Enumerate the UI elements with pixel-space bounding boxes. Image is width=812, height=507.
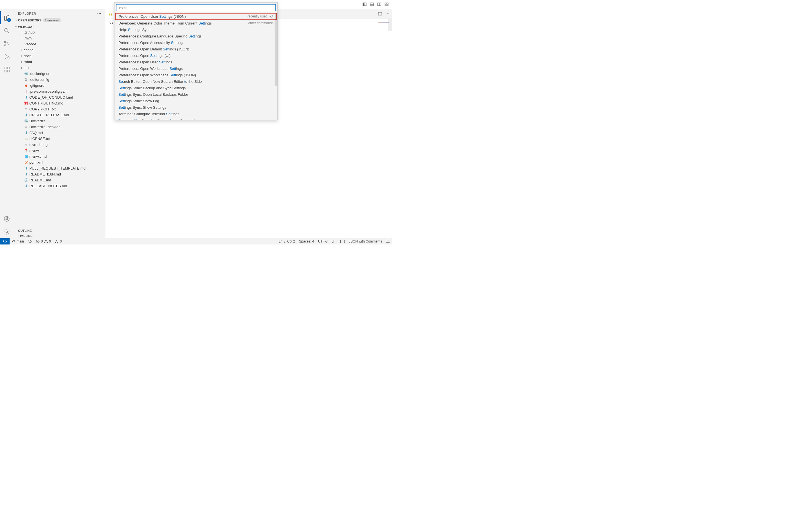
sidebar-more-icon[interactable] xyxy=(97,11,101,16)
file-row[interactable]: ⬇CREATE_RELEASE.md xyxy=(16,112,105,118)
outline-section[interactable]: › OUTLINE xyxy=(13,228,105,233)
encoding[interactable]: UTF-8 xyxy=(316,239,329,243)
open-editors-section[interactable]: › OPEN EDITORS 1 unsaved xyxy=(13,17,105,23)
file-row[interactable]: ⊞mvnw.cmd xyxy=(16,154,105,159)
file-row[interactable]: ≡COPYRIGHT.txt xyxy=(16,106,105,112)
command-palette-item[interactable]: Settings Sync: Open Local Backups Folder xyxy=(114,91,277,98)
remote-indicator[interactable] xyxy=(0,238,10,244)
indentation[interactable]: Spaces: 4 xyxy=(297,239,316,243)
file-row[interactable]: 🐳.dockerignore xyxy=(16,71,105,76)
command-palette-item[interactable]: Search Editor: Open New Search Editor to… xyxy=(114,78,277,85)
command-palette-item[interactable]: Settings Sync: Show Settings xyxy=(114,104,277,111)
eol[interactable]: LF xyxy=(329,239,338,243)
activity-run-debug[interactable] xyxy=(0,50,13,63)
ports-indicator[interactable]: 0 xyxy=(53,239,64,243)
command-palette-item[interactable]: Preferences: Open User Settings (JSON)re… xyxy=(115,13,276,20)
palette-item-label: Preferences: Open Workspace Settings (JS… xyxy=(118,72,196,78)
folder-row[interactable]: ›robot xyxy=(16,59,105,65)
problems-indicator[interactable]: 0 0 xyxy=(34,239,53,243)
file-label: .pre-commit-config.yaml xyxy=(29,89,68,94)
file-row[interactable]: 🐳Dockerfile xyxy=(16,118,105,124)
project-section[interactable]: › WEBGOAT xyxy=(13,24,105,29)
svg-rect-19 xyxy=(7,67,9,69)
palette-item-label: Settings Sync: Backup and Sync Settings.… xyxy=(118,86,189,91)
file-label: CODE_OF_CONDUCT.md xyxy=(29,95,73,100)
command-palette-item[interactable]: Preferences: Open Accessibility Settings xyxy=(114,40,277,46)
file-row[interactable]: ⚖LICENSE.txt xyxy=(16,136,105,142)
command-palette-item[interactable]: Preferences: Open Settings (UI) xyxy=(114,52,277,59)
chevron-down-icon: › xyxy=(14,25,18,29)
folder-label: .github xyxy=(24,30,35,35)
file-row[interactable]: ⦿pom.xml xyxy=(16,159,105,165)
git-branch[interactable]: main xyxy=(10,239,26,243)
command-palette-item[interactable]: Terminal: Configure Terminal Settings xyxy=(114,111,277,117)
folder-row[interactable]: ›.mvn xyxy=(16,35,105,41)
file-row[interactable]: ⬇README_I18N.md xyxy=(16,171,105,177)
file-icon: ⓘ xyxy=(24,177,29,183)
svg-rect-2 xyxy=(370,3,373,6)
activity-settings[interactable] xyxy=(0,225,13,238)
command-palette-item[interactable]: Preferences: Open Default Settings (JSON… xyxy=(114,46,277,52)
file-row[interactable]: ⬇FAQ.md xyxy=(16,130,105,136)
palette-scrollbar[interactable] xyxy=(274,13,277,86)
command-palette-item[interactable]: Preferences: Open User Settings xyxy=(114,59,277,65)
file-row[interactable]: ⬇RELEASE_NOTES.md xyxy=(16,183,105,189)
file-row[interactable]: ⬇CODE_OF_CONDUCT.md xyxy=(16,94,105,100)
file-row[interactable]: ⚙.editorconfig xyxy=(16,76,105,82)
command-palette: Preferences: Open User Settings (JSON)re… xyxy=(114,2,278,120)
command-palette-item[interactable]: Terminal: Run Selected Text In Active Te… xyxy=(114,117,277,120)
activity-accounts[interactable] xyxy=(0,212,13,225)
command-palette-item[interactable]: Help: Settings Sync xyxy=(114,26,277,33)
command-palette-input[interactable] xyxy=(116,4,276,11)
file-row[interactable]: ≡mvn-debug xyxy=(16,142,105,148)
toggle-secondary-sidebar-icon[interactable] xyxy=(377,2,382,7)
language-mode[interactable]: { } JSON with Comments xyxy=(338,239,384,243)
command-palette-item[interactable]: Developer: Generate Color Theme From Cur… xyxy=(114,20,277,26)
file-label: CONTRIBUTING.md xyxy=(29,101,63,106)
activity-explorer[interactable]: 1 xyxy=(0,11,13,24)
palette-item-label: Preferences: Open Default Settings (JSON… xyxy=(118,47,189,52)
command-palette-item[interactable]: Preferences: Open Workspace Settings xyxy=(114,65,277,72)
notifications-icon[interactable] xyxy=(384,239,392,243)
folder-row[interactable]: ›src xyxy=(16,65,105,71)
explorer-sidebar: EXPLORER › OPEN EDITORS 1 unsaved › WEBG… xyxy=(13,9,105,238)
minimap[interactable] xyxy=(361,19,392,238)
folder-row[interactable]: ›config xyxy=(16,47,105,53)
svg-line-11 xyxy=(8,32,9,33)
split-editor-icon[interactable] xyxy=(378,11,382,16)
toggle-panel-icon[interactable] xyxy=(369,2,374,7)
command-palette-item[interactable]: Settings Sync: Show Log xyxy=(114,98,277,104)
command-palette-item[interactable]: Preferences: Configure Language Specific… xyxy=(114,33,277,40)
palette-item-label: Terminal: Run Selected Text In Active Te… xyxy=(118,118,195,120)
sync-button[interactable] xyxy=(26,239,34,243)
palette-item-label: Preferences: Open Accessibility Settings xyxy=(118,40,184,45)
sidebar-title: EXPLORER xyxy=(18,12,36,15)
folder-row[interactable]: ›.github xyxy=(16,29,105,35)
file-row[interactable]: ⓘREADME.md xyxy=(16,177,105,183)
file-row[interactable]: 📍mvnw xyxy=(16,148,105,154)
cursor-position[interactable]: Ln 3, Col 2 xyxy=(277,239,297,243)
svg-rect-1 xyxy=(363,3,364,6)
file-icon: ⚙ xyxy=(24,77,29,82)
activity-source-control[interactable] xyxy=(0,37,13,50)
file-row[interactable]: 🎀CONTRIBUTING.md xyxy=(16,100,105,106)
file-row[interactable]: ⬇PULL_REQUEST_TEMPLATE.md xyxy=(16,165,105,171)
chevron-right-icon: › xyxy=(20,53,24,59)
file-row[interactable]: ≡Dockerfile_desktop xyxy=(16,124,105,130)
file-row[interactable]: ◆.gitignore xyxy=(16,82,105,89)
folder-row[interactable]: ›docs xyxy=(16,53,105,59)
activity-extensions[interactable] xyxy=(0,63,13,76)
command-palette-item[interactable]: Settings Sync: Backup and Sync Settings.… xyxy=(114,85,277,91)
folder-row[interactable]: ›.vscode xyxy=(16,41,105,47)
file-row[interactable]: !.pre-commit-config.yaml xyxy=(16,89,105,94)
timeline-section[interactable]: › TIMELINE xyxy=(13,233,105,238)
palette-item-label: Preferences: Open User Settings (JSON) xyxy=(119,14,186,19)
timeline-label: TIMELINE xyxy=(18,234,33,237)
status-bar: main 0 0 0 Ln 3, Col 2 Spaces: 4 UTF-8 L… xyxy=(0,238,392,244)
palette-item-label: Settings Sync: Open Local Backups Folder xyxy=(118,92,188,97)
customize-layout-icon[interactable] xyxy=(384,2,389,7)
command-palette-item[interactable]: Preferences: Open Workspace Settings (JS… xyxy=(114,72,277,78)
activity-search[interactable] xyxy=(0,24,13,37)
tab-more-icon[interactable] xyxy=(385,11,390,16)
toggle-primary-sidebar-icon[interactable] xyxy=(362,2,367,7)
